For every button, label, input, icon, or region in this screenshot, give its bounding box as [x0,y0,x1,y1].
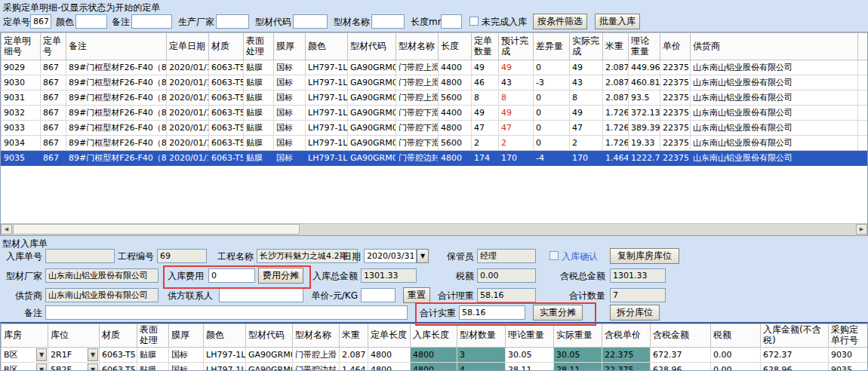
keeper-input[interactable] [477,249,536,263]
split-location-button[interactable]: 拆分库位 [610,305,660,320]
column-header[interactable]: 含税金额 [651,324,711,348]
order-detail-grid: 定单明细号定单号备注定单日期材质表面处理膜厚颜色型材代码型材名称长度定单数量预计… [0,32,868,236]
unit-price-input[interactable] [361,288,396,302]
column-header[interactable]: 定单明细号 [2,33,41,60]
column-header[interactable]: 型材代码 [348,33,396,60]
filter-length-input[interactable] [441,14,462,29]
column-header[interactable]: 入库长度 [411,324,457,348]
column-header[interactable]: 备注 [66,33,167,60]
filter-color-input[interactable] [75,14,107,29]
column-header[interactable]: 膜厚 [169,324,204,348]
column-header[interactable]: 型材名称 [293,324,340,348]
project-no-input[interactable] [157,249,207,263]
inbound-row[interactable]: B区▼2R1F▼6063-T5贴膜国标LH797-1LL0GA90GRM03门带… [2,347,868,362]
inbound-no-input[interactable] [45,249,115,263]
total-with-tax-label: 含税总金额 [549,270,605,283]
order-row[interactable]: 903586789#门框型材F26-F40（866+867）2020/01/13… [2,151,868,166]
filter-profile-code-input[interactable] [293,14,328,29]
column-header[interactable]: 单价 [660,33,691,60]
column-header[interactable]: 米重 [603,33,629,60]
unfinished-inbound-checkbox[interactable] [469,17,479,26]
unfinished-inbound-label: 未完成入库 [482,16,527,29]
order-row[interactable]: 902986789#门框型材F26-F40（866+867）2020/01/13… [2,60,868,75]
total-with-tax-input[interactable] [610,268,666,283]
column-header[interactable]: 供货商 [691,33,858,60]
inbound-confirm-checkbox[interactable] [549,251,559,260]
column-header[interactable]: 颜色 [306,33,348,60]
keeper-label: 保管员 [442,250,474,263]
column-header[interactable]: 型材代码 [246,324,293,348]
supplier-label: 供货商 [2,290,42,302]
order-row[interactable]: 903086789#门框型材F26-F40（866+867）2020/01/13… [2,75,868,90]
date-input[interactable] [364,249,417,263]
column-header[interactable]: 定单数量 [472,33,499,60]
column-header[interactable]: 差异量 [534,33,570,60]
dropdown-arrow-icon[interactable]: ▼ [88,363,98,371]
column-header[interactable]: 采购定单行号 [829,324,868,348]
factory-label: 型材厂家 [2,270,42,283]
fee-attention-box [163,265,311,289]
tax-input[interactable] [477,268,536,283]
column-header[interactable]: 材质 [209,33,244,60]
supplier-contact-label: 供方联系人 [168,290,213,302]
order-row[interactable]: 903386789#门框型材F26-F40（866+867）2020/01/13… [2,121,868,136]
column-header[interactable]: 表面处理 [137,324,169,348]
factory-input[interactable] [45,268,159,283]
inbound-row[interactable]: B区▼5B2F▼6063-T5贴膜国标LH797-1LL0GA90GRM05门带… [2,362,868,371]
column-header[interactable]: 入库金额(不含税) [761,324,829,348]
column-header[interactable]: 表面处理 [244,33,274,60]
note-input[interactable] [45,305,408,320]
supplier-input[interactable] [45,288,159,302]
total-amount-input[interactable] [361,268,417,283]
actual-weight-attention-box [415,302,596,326]
column-header[interactable]: 定单长度 [368,324,411,348]
column-header[interactable]: 理论重量 [629,33,660,60]
order-row[interactable]: 903186789#门框型材F26-F40（866+867）2020/01/13… [2,90,868,106]
column-header[interactable]: 材质 [100,324,137,348]
filter-by-condition-button[interactable]: 按条件筛选 [533,14,587,29]
column-header[interactable]: 定单日期 [167,33,209,60]
filter-order-no-input[interactable] [30,14,51,29]
calendar-dropdown-icon[interactable]: ▼ [417,249,429,263]
filter-profile-name-label: 型材名称 [334,16,370,29]
column-header[interactable]: 库位 [48,324,100,348]
scroll-right-icon[interactable]: ▶ [856,224,867,235]
scrollbar-thumb[interactable] [13,224,300,235]
filter-profile-name-input[interactable] [371,14,405,29]
column-header[interactable]: 定单号 [41,33,66,60]
supplier-contact-input[interactable] [219,288,303,302]
column-header[interactable]: 型材数量 [457,324,506,348]
column-header[interactable]: 库房 [2,324,48,348]
column-header[interactable]: 膜厚 [274,33,306,60]
column-header[interactable]: 米重 [340,324,368,348]
column-header[interactable]: 实际完成 [570,33,603,60]
column-header[interactable] [858,33,868,60]
column-header[interactable]: 颜色 [204,324,246,348]
column-header[interactable]: 长度 [439,33,472,60]
order-row[interactable]: 903486789#门框型材F26-F40（866+867）2020/01/13… [2,136,868,151]
batch-inbound-button[interactable]: 批量入库 [595,14,640,29]
total-theory-weight-label: 合计理重 [436,290,474,302]
dropdown-arrow-icon[interactable]: ▼ [36,348,47,361]
column-header[interactable]: 含税单价 [602,324,651,348]
dropdown-arrow-icon[interactable]: ▼ [36,363,47,371]
dropdown-arrow-icon[interactable]: ▼ [88,348,98,361]
column-header[interactable]: 实际重量 [554,324,602,348]
total-theory-weight-input[interactable] [477,288,536,302]
filter-remark-label: 备注 [112,16,130,29]
column-header[interactable]: 税额 [711,324,761,348]
total-qty-label: 合计数量 [549,290,605,302]
total-qty-input[interactable] [610,288,666,302]
date-label: 日期 [338,250,361,263]
horizontal-scrollbar[interactable]: ◀ ▶ [1,223,867,235]
inbound-no-label: 入库单号 [2,250,42,263]
filter-manufacturer-input[interactable] [216,14,249,29]
column-header[interactable]: 预计完成 [499,33,534,60]
reset-button[interactable]: 重置 [403,287,430,303]
order-row[interactable]: 903286789#门框型材F26-F40（866+867）2020/01/13… [2,106,868,121]
copy-location-button[interactable]: 复制库房库位 [610,248,679,264]
column-header[interactable]: 理论重量 [506,324,554,348]
column-header[interactable]: 型材名称 [396,33,439,60]
filter-remark-input[interactable] [131,14,172,29]
scroll-left-icon[interactable]: ◀ [1,224,12,235]
